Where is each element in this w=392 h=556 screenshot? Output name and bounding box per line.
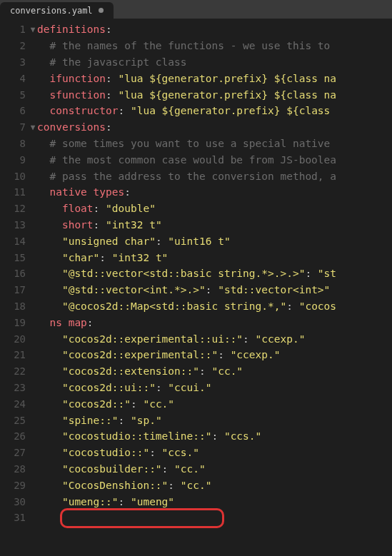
line-number: 12 [0,203,29,214]
code-content: native_types: [37,186,392,198]
code-line[interactable]: 23 "cocos2d::ui::": "ccui." [0,380,392,396]
line-number: 7 [0,121,29,133]
line-number: 11 [0,186,29,198]
code-line[interactable]: 10 # pass the address to the conversion … [0,168,392,184]
line-number: 19 [0,317,29,328]
code-line[interactable]: 4 ifunction: "lua_${generator.prefix}_${… [0,70,392,86]
line-number: 14 [0,236,29,247]
code-content: "cocos2d::experimental::": "ccexp." [37,349,392,360]
line-number: 22 [0,365,29,377]
code-line[interactable]: 7▼conversions: [0,119,392,136]
line-number: 20 [0,333,29,345]
line-number: 16 [0,268,29,279]
line-number: 13 [0,219,29,231]
code-line[interactable]: 26 "cocostudio::timeline::": "ccs." [0,428,392,445]
line-number: 10 [0,171,29,182]
code-content: "@std::vector<int.*>.>": "std::vector<in… [37,284,392,295]
code-line[interactable]: 17 "@std::vector<int.*>.>": "std::vector… [0,282,392,298]
code-line[interactable]: 8 # some times you want to use a special… [0,136,392,152]
code-line[interactable]: 21 "cocos2d::experimental::": "ccexp." [0,347,392,363]
code-content: "cocos2d::": "cc." [37,398,392,410]
line-number: 3 [0,56,29,68]
code-content: ns_map: [37,317,392,328]
line-number: 23 [0,382,29,393]
code-line[interactable]: 12 float: "double" [0,201,392,217]
code-content: "cocos2d::extension::": "cc." [37,365,392,377]
code-line[interactable]: 19 ns_map: [0,314,392,330]
line-number: 15 [0,252,29,263]
code-line[interactable]: 2 # the names of the functions - we use … [0,38,392,54]
line-number: 31 [0,512,29,523]
code-line[interactable]: 6 constructor: "lua_${generator.prefix}_… [0,103,392,119]
code-content: # pass the address to the conversion met… [37,171,392,182]
code-content: "cocosbuilder::": "cc." [37,463,392,475]
code-line[interactable]: 30 "umeng::": "umeng" [0,493,392,510]
tab-bar: conversions.yaml [0,0,392,19]
code-content: "unsigned char": "uint16_t" [37,236,392,247]
code-content: "@cocos2d::Map<std::basic_string.*,": "c… [37,300,392,312]
code-line[interactable]: 16 "@std::vector<std::basic_string.*>.>.… [0,266,392,282]
code-line[interactable]: 20 "cocos2d::experimental::ui::": "ccexp… [0,330,392,347]
code-content: ifunction: "lua_${generator.prefix}_${cl… [37,73,392,84]
code-content: float: "double" [37,203,392,214]
code-line[interactable]: 22 "cocos2d::extension::": "cc." [0,363,392,380]
code-content: "char": "int32_t" [37,252,392,263]
code-line[interactable]: 15 "char": "int32_t" [0,249,392,266]
tab-filename: conversions.yaml [10,6,93,16]
line-number: 21 [0,349,29,360]
unsaved-dot-icon [99,8,104,13]
code-content: short: "int32_t" [37,219,392,231]
code-editor[interactable]: 1▼definitions:2 # the names of the funct… [0,19,392,526]
line-number: 1 [0,24,29,35]
code-content: "umeng::": "umeng" [37,496,392,507]
code-line[interactable]: 29 "CocosDenshion::": "cc." [0,477,392,493]
fold-icon[interactable]: ▼ [29,123,37,132]
code-content: "cocos2d::experimental::ui::": "ccexp." [37,333,392,345]
code-content: "cocos2d::ui::": "ccui." [37,382,392,393]
line-number: 27 [0,447,29,458]
line-number: 2 [0,40,29,51]
code-content: definitions: [37,24,392,35]
code-content: "CocosDenshion::": "cc." [37,480,392,491]
code-content: # the most common case would be from JS-… [37,154,392,166]
line-number: 4 [0,73,29,84]
code-content: "cocostudio::timeline::": "ccs." [37,430,392,442]
code-line[interactable]: 27 "cocostudio::": "ccs." [0,445,392,461]
code-content: "spine::": "sp." [37,415,392,426]
line-number: 8 [0,138,29,149]
fold-icon[interactable]: ▼ [29,25,37,34]
code-line[interactable]: 28 "cocosbuilder::": "cc." [0,461,392,477]
line-number: 29 [0,480,29,491]
line-number: 30 [0,496,29,507]
code-line[interactable]: 13 short: "int32_t" [0,217,392,233]
code-line[interactable]: 3 # the javascript class [0,54,392,71]
code-content: # the javascript class [37,56,392,68]
code-content: # the names of the functions - we use th… [37,40,392,51]
line-number: 18 [0,300,29,312]
code-line[interactable]: 31 [0,510,392,526]
line-number: 28 [0,463,29,475]
code-content: "@std::vector<std::basic_string.*>.>.>":… [37,268,392,279]
code-line[interactable]: 9 # the most common case would be from J… [0,151,392,168]
code-line[interactable]: 14 "unsigned char": "uint16_t" [0,233,392,249]
code-content: "cocostudio::": "ccs." [37,447,392,458]
file-tab[interactable]: conversions.yaml [0,2,114,19]
line-number: 17 [0,284,29,295]
code-line[interactable]: 5 sfunction: "lua_${generator.prefix}_${… [0,86,392,103]
code-line[interactable]: 11 native_types: [0,184,392,201]
code-line[interactable]: 1▼definitions: [0,21,392,38]
code-content: conversions: [37,121,392,133]
line-number: 5 [0,89,29,101]
code-content: # some times you want to use a special n… [37,138,392,149]
line-number: 25 [0,415,29,426]
code-content: sfunction: "lua_${generator.prefix}_${cl… [37,89,392,101]
line-number: 9 [0,154,29,166]
line-number: 24 [0,398,29,410]
code-line[interactable]: 24 "cocos2d::": "cc." [0,395,392,412]
code-line[interactable]: 25 "spine::": "sp." [0,412,392,428]
line-number: 26 [0,430,29,442]
line-number: 6 [0,105,29,116]
code-line[interactable]: 18 "@cocos2d::Map<std::basic_string.*,":… [0,298,392,315]
code-content: constructor: "lua_${generator.prefix}_${… [37,105,392,116]
